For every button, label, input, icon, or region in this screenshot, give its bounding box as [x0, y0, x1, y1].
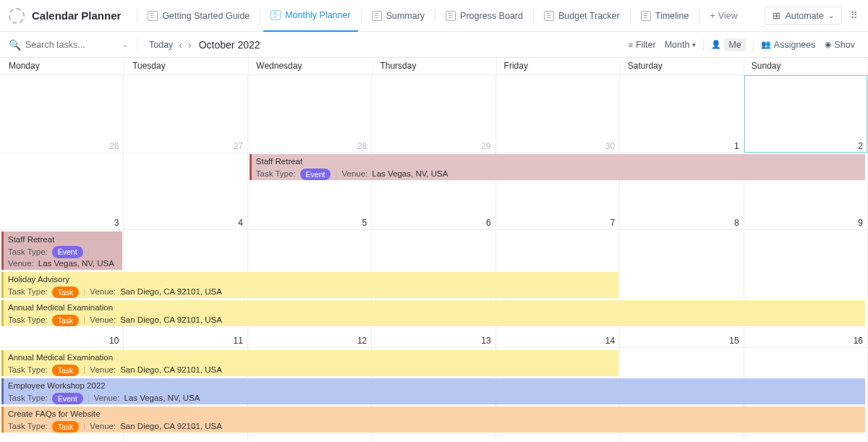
event-staff-retreat-cont[interactable]: Staff Retreat Task Type: Event | Venue: …	[1, 231, 122, 270]
pill-event: Event	[300, 169, 331, 180]
table-icon	[544, 11, 554, 21]
user-icon: 👤	[711, 40, 721, 49]
event-holiday-advisory[interactable]: Holiday Advisory Task Type: Task | Venue…	[1, 272, 618, 298]
pill-task: Task	[52, 315, 80, 326]
day-cell[interactable]: 15	[620, 230, 744, 347]
day-cell[interactable]: 29	[372, 75, 495, 153]
event-annual-medical[interactable]: Annual Medical Examination Task Type: Ta…	[1, 300, 865, 326]
day-cell-today[interactable]: 2	[744, 75, 868, 153]
month-label: October 2022	[199, 39, 260, 51]
share-icon[interactable]: ⠿	[846, 8, 862, 24]
chevron-down-icon[interactable]: ⌄	[122, 41, 128, 48]
event-employee-workshop[interactable]: Employee Workshop 2022 Task Type: Event …	[1, 378, 865, 404]
tab-budget-tracker[interactable]: Budget Tracker	[537, 0, 627, 32]
tab-monthly-planner[interactable]: Monthly Planner	[263, 0, 357, 32]
me-filter[interactable]: 👤Me	[707, 38, 749, 51]
day-cell[interactable]: 4	[124, 153, 247, 229]
users-icon: 👥	[761, 40, 771, 49]
pill-event: Event	[52, 246, 83, 258]
day-cell[interactable]: 27	[124, 75, 247, 153]
event-faqs[interactable]: Create FAQs for Website Task Type: Task …	[1, 407, 865, 433]
calendar-icon	[271, 10, 281, 20]
prev-month-button[interactable]: ‹	[176, 39, 185, 51]
search-input[interactable]	[25, 40, 98, 50]
tab-summary[interactable]: Summary	[365, 0, 432, 32]
pill-task: Task	[52, 421, 80, 433]
search-wrap[interactable]: 🔍 ⌄	[9, 39, 128, 51]
week-row: 26 27 28 29 30 1 2	[0, 75, 868, 153]
automate-button[interactable]: ⊞Automate⌄	[765, 7, 842, 25]
day-cell[interactable]: 28	[248, 75, 372, 153]
event-staff-retreat[interactable]: Staff Retreat Task Type: Event | Venue: …	[250, 154, 865, 180]
day-header-row: Monday Tuesday Wednesday Thursday Friday…	[0, 58, 868, 75]
page-title: Calendar Planner	[32, 9, 121, 22]
board-icon	[446, 11, 456, 21]
period-select[interactable]: Month▾	[660, 40, 701, 50]
tab-progress-board[interactable]: Progress Board	[438, 0, 530, 32]
robot-icon: ⊞	[773, 10, 780, 21]
show-button[interactable]: ◉Shov	[820, 40, 860, 50]
filter-button[interactable]: ≡Filter	[624, 40, 660, 50]
add-view-button[interactable]: +View	[703, 11, 745, 21]
day-cell[interactable]: 1	[620, 75, 744, 153]
list-icon	[372, 11, 382, 21]
app-icon[interactable]	[9, 8, 25, 24]
day-cell[interactable]: 26	[0, 75, 124, 153]
assignees-filter[interactable]: 👥Assignees	[757, 40, 820, 50]
chevron-down-icon: ⌄	[828, 12, 834, 20]
today-button[interactable]: Today	[146, 40, 176, 50]
pill-task: Task	[52, 286, 80, 298]
tab-getting-started[interactable]: Getting Started Guide	[140, 0, 257, 32]
day-cell[interactable]: 3	[0, 153, 124, 229]
pill-event: Event	[52, 393, 83, 404]
search-icon: 🔍	[9, 39, 21, 51]
event-annual-medical-cont[interactable]: Annual Medical Examination Task Type: Ta…	[1, 350, 618, 376]
next-month-button[interactable]: ›	[185, 39, 195, 51]
eye-icon: ◉	[825, 40, 832, 49]
day-cell[interactable]: 30	[496, 75, 620, 153]
day-cell[interactable]: 16	[744, 230, 868, 347]
pill-task: Task	[52, 365, 80, 376]
doc-icon	[148, 11, 158, 21]
filter-icon: ≡	[628, 41, 632, 49]
tab-timeline[interactable]: Timeline	[634, 0, 697, 32]
timeline-icon	[641, 11, 651, 21]
